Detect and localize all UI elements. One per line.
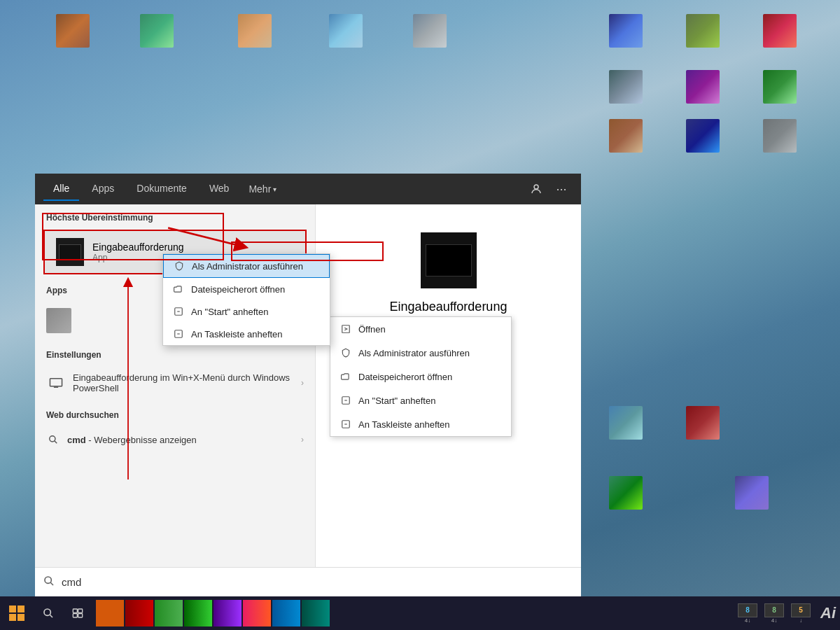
tray-item-3[interactable]: 5 ↓ bbox=[788, 602, 813, 625]
shield-icon bbox=[174, 260, 185, 272]
svg-rect-25 bbox=[78, 614, 83, 617]
desktop-icon[interactable] bbox=[609, 14, 643, 48]
svg-line-8 bbox=[55, 441, 57, 444]
desktop-icon[interactable] bbox=[329, 14, 363, 48]
taskbar-app-7[interactable] bbox=[272, 600, 300, 626]
pin-start-icon-2 bbox=[340, 395, 351, 406]
desktop-icon[interactable] bbox=[238, 14, 272, 48]
context-menu-item-open[interactable]: Öffnen bbox=[330, 317, 511, 341]
desktop-icon[interactable] bbox=[686, 14, 720, 48]
nav-tab-alle[interactable]: Alle bbox=[43, 177, 79, 201]
svg-rect-23 bbox=[78, 609, 83, 612]
tray-label-1: 4↓ bbox=[745, 617, 750, 624]
settings-item[interactable]: Eingabeaufforderung im Win+X-Menü durch … bbox=[43, 367, 307, 399]
search-body: Höchste Übereinstimmung Eingabeaufforder… bbox=[35, 204, 581, 596]
taskbar: 8 4↓ 8 4↓ 5 ↓ Ai bbox=[0, 596, 840, 630]
web-item[interactable]: cmd - Webergebnisse anzeigen › bbox=[43, 427, 307, 452]
taskbar-app-4[interactable] bbox=[184, 600, 212, 626]
desktop-icon[interactable] bbox=[609, 70, 643, 104]
tray-item-2[interactable]: 8 4↓ bbox=[762, 602, 787, 625]
start-button[interactable] bbox=[0, 596, 34, 630]
taskbar-app-2[interactable] bbox=[125, 600, 153, 626]
svg-point-14 bbox=[45, 577, 51, 583]
person-icon[interactable] bbox=[525, 178, 547, 200]
taskbar-app-5[interactable] bbox=[214, 600, 241, 626]
web-arrow-icon: › bbox=[301, 435, 304, 444]
svg-point-20 bbox=[44, 609, 50, 615]
web-section: cmd - Webergebnisse anzeigen › bbox=[35, 424, 315, 455]
context-menu-item-pin-start[interactable]: An "Start" anheften bbox=[330, 388, 511, 412]
nav-tab-web[interactable]: Web bbox=[200, 177, 239, 201]
desktop-icon[interactable] bbox=[140, 14, 174, 48]
folder-icon-2 bbox=[340, 371, 351, 382]
search-left-panel: Höchste Übereinstimmung Eingabeaufforder… bbox=[35, 204, 315, 596]
tray-label-3: ↓ bbox=[799, 617, 802, 624]
ai-label-area[interactable]: Ai bbox=[816, 604, 840, 622]
svg-point-0 bbox=[534, 185, 538, 189]
svg-rect-22 bbox=[73, 609, 77, 612]
search-icon bbox=[46, 433, 60, 447]
taskbar-running-apps bbox=[95, 600, 330, 626]
desktop: Alle Apps Dokumente Web Mehr ▾ ··· bbox=[0, 0, 840, 630]
taskbar-app-6[interactable] bbox=[243, 600, 271, 626]
nav-tab-mehr[interactable]: Mehr ▾ bbox=[241, 178, 284, 200]
desktop-icon[interactable] bbox=[413, 14, 447, 48]
desktop-icon[interactable] bbox=[609, 406, 643, 440]
settings-section: Eingabeaufforderung im Win+X-Menü durch … bbox=[35, 364, 315, 402]
search-box-container bbox=[35, 567, 581, 596]
taskbar-app-3[interactable] bbox=[155, 600, 183, 626]
more-options-icon[interactable]: ··· bbox=[550, 178, 573, 200]
svg-rect-24 bbox=[73, 614, 77, 617]
open-icon bbox=[340, 323, 351, 335]
nav-tab-dokumente[interactable]: Dokumente bbox=[127, 177, 197, 201]
taskbar-search-button[interactable] bbox=[34, 598, 63, 628]
web-section-label: Web durchsuchen bbox=[35, 402, 315, 424]
desktop-icon[interactable] bbox=[763, 70, 797, 104]
best-match-item[interactable]: Eingabeaufforderung App Als Administrato… bbox=[43, 230, 307, 274]
context-menu-item-pin-taskbar[interactable]: An Taskleiste anheften bbox=[330, 412, 511, 436]
svg-line-21 bbox=[50, 615, 52, 617]
best-match-label: Höchste Übereinstimmung bbox=[35, 204, 315, 227]
tray-block-3: 5 bbox=[791, 603, 811, 617]
desktop-icon[interactable] bbox=[686, 406, 720, 440]
ai-label: Ai bbox=[820, 604, 836, 622]
pin-taskbar-icon bbox=[173, 328, 184, 340]
dropdown-context-menu: Als Administrator ausführen Dateispeiche… bbox=[162, 253, 330, 346]
folder-icon bbox=[173, 284, 184, 295]
windows-logo-icon bbox=[9, 606, 24, 621]
search-nav: Alle Apps Dokumente Web Mehr ▾ ··· bbox=[35, 174, 581, 204]
svg-line-15 bbox=[50, 582, 53, 585]
nav-tab-apps[interactable]: Apps bbox=[82, 177, 124, 201]
task-view-button[interactable] bbox=[63, 598, 92, 628]
desktop-icon[interactable] bbox=[686, 119, 720, 153]
desktop-icon[interactable] bbox=[763, 119, 797, 153]
pin-taskbar-icon-2 bbox=[340, 419, 351, 430]
taskbar-app-8[interactable] bbox=[302, 600, 330, 626]
pin-start-icon bbox=[173, 306, 184, 317]
settings-arrow-icon: › bbox=[301, 378, 304, 388]
desktop-icon[interactable] bbox=[609, 476, 643, 510]
dropdown-item-fileopen[interactable]: Dateispeicherort öffnen bbox=[163, 278, 330, 300]
app-icon-small bbox=[46, 308, 71, 333]
svg-rect-5 bbox=[50, 379, 62, 386]
system-tray: 8 4↓ 8 4↓ 5 ↓ bbox=[732, 602, 816, 625]
desktop-icon[interactable] bbox=[763, 14, 797, 48]
detail-cmd-icon bbox=[421, 232, 477, 288]
tray-block-1: 8 bbox=[738, 603, 757, 617]
desktop-icon[interactable] bbox=[56, 14, 90, 48]
search-box-icon bbox=[43, 575, 55, 589]
dropdown-item-pin-start[interactable]: An "Start" anheften bbox=[163, 300, 330, 323]
svg-point-7 bbox=[50, 436, 55, 442]
search-input[interactable] bbox=[62, 576, 573, 588]
dropdown-item-admin[interactable]: Als Administrator ausführen bbox=[163, 254, 330, 278]
tray-block-2: 8 bbox=[764, 603, 784, 617]
tray-item-1[interactable]: 8 4↓ bbox=[735, 602, 760, 625]
svg-rect-9 bbox=[342, 326, 350, 333]
desktop-icon[interactable] bbox=[609, 119, 643, 153]
context-menu-item-admin[interactable]: Als Administrator ausführen bbox=[330, 341, 511, 365]
desktop-icon[interactable] bbox=[686, 70, 720, 104]
dropdown-item-pin-taskbar[interactable]: An Taskleiste anheften bbox=[163, 323, 330, 345]
taskbar-app-1[interactable] bbox=[96, 600, 124, 626]
context-menu-item-fileopen[interactable]: Dateispeicherort öffnen bbox=[330, 365, 511, 388]
desktop-icon[interactable] bbox=[735, 476, 769, 510]
